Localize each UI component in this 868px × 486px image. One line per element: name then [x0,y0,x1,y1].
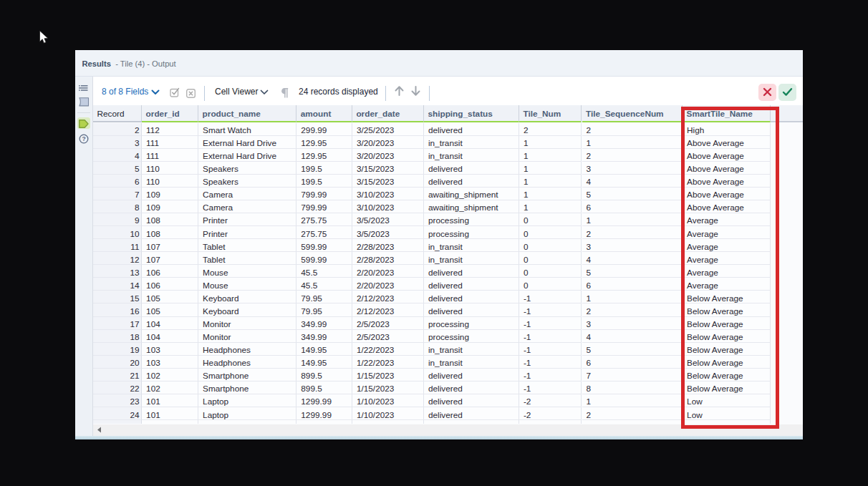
svg-text:?: ? [82,135,85,142]
